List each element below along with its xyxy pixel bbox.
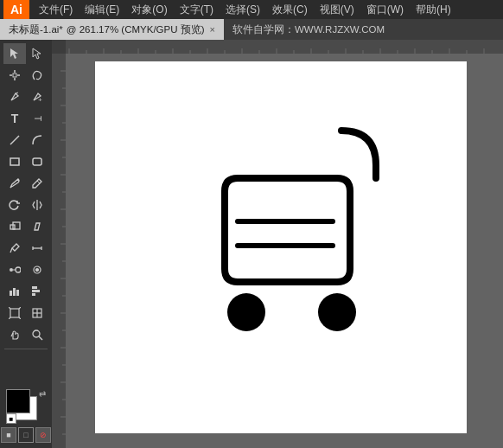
svg-line-35 (19, 317, 21, 319)
magic-wand-tool[interactable] (3, 65, 26, 86)
direct-select-tool[interactable] (26, 43, 48, 64)
stroke-mode-button[interactable]: □ (18, 427, 34, 443)
svg-rect-26 (13, 288, 16, 296)
tool-row-10 (2, 238, 50, 259)
tool-row-14 (2, 324, 50, 345)
rotate-tool[interactable] (3, 195, 26, 215)
svg-rect-15 (13, 222, 20, 229)
fill-mode-button[interactable]: ■ (1, 427, 16, 443)
slice-tool[interactable] (26, 303, 48, 323)
active-tab[interactable]: 未标题-1.ai* @ 261.17% (CMYK/GPU 预览) × (0, 19, 224, 40)
measure-tool[interactable] (26, 238, 48, 259)
arc-tool[interactable] (26, 130, 48, 150)
svg-rect-31 (10, 309, 19, 317)
color-area: ⇄ ■ ■ □ ⊘ (2, 389, 50, 448)
color-swatches[interactable]: ⇄ ■ (6, 389, 46, 424)
toolbar: + T T (0, 40, 52, 448)
lasso-tool[interactable] (26, 65, 48, 86)
menu-file[interactable]: 文件(F) (33, 0, 79, 19)
reflect-tool[interactable] (26, 195, 48, 215)
tool-row-5 (2, 130, 50, 150)
menu-bar: Ai 文件(F) 编辑(E) 对象(O) 文字(T) 选择(S) 效果(C) 视… (0, 0, 503, 19)
tool-row-11 (2, 259, 50, 280)
tab-zoom-info: @ 261.17% (CMYK/GPU 预览) (67, 23, 205, 36)
svg-rect-68 (52, 54, 66, 448)
svg-point-24 (36, 269, 39, 272)
svg-point-20 (10, 268, 13, 272)
type-tool[interactable]: T (3, 108, 26, 129)
tab-filename: 未标题-1.ai* (9, 23, 63, 36)
svg-rect-42 (52, 40, 503, 54)
tool-row-12 (2, 281, 50, 302)
tab-close-button[interactable]: × (210, 24, 215, 35)
shopping-cart-artwork (151, 105, 411, 364)
menu-window[interactable]: 窗口(W) (360, 0, 410, 19)
symbol-sprayer-tool[interactable] (26, 259, 48, 280)
svg-point-94 (227, 293, 265, 331)
menu-help[interactable]: 帮助(H) (410, 0, 457, 19)
shear-tool[interactable] (26, 216, 48, 237)
svg-rect-28 (32, 286, 37, 289)
svg-rect-29 (32, 290, 40, 292)
tool-row-9 (2, 216, 50, 237)
svg-rect-30 (32, 293, 35, 296)
svg-text:+: + (38, 96, 42, 103)
svg-rect-10 (10, 158, 19, 165)
menu-select[interactable]: 选择(S) (220, 0, 266, 19)
main-area: + T T (0, 40, 503, 448)
pen-tool[interactable] (3, 86, 26, 107)
color-mode-row: ■ □ ⊘ (1, 427, 51, 443)
tool-row-8 (2, 195, 50, 215)
hand-tool[interactable] (3, 324, 26, 345)
tool-row-4: T T (2, 108, 50, 129)
svg-point-21 (16, 267, 21, 272)
svg-line-7 (16, 93, 18, 93)
add-anchor-tool[interactable]: + (26, 86, 48, 107)
tab-bar: 未标题-1.ai* @ 261.17% (CMYK/GPU 预览) × 软件自学… (0, 19, 503, 40)
line-tool[interactable] (3, 130, 26, 150)
horizontal-ruler (52, 40, 503, 54)
svg-rect-11 (33, 158, 41, 165)
tab-watermark: 软件自学网：WWW.RJZXW.COM (224, 23, 393, 36)
svg-line-16 (10, 248, 12, 253)
reset-colors-icon[interactable]: ■ (6, 413, 16, 424)
svg-point-40 (33, 330, 40, 337)
artboard-tool[interactable] (3, 303, 26, 323)
tool-row-7 (2, 173, 50, 194)
menu-edit[interactable]: 编辑(E) (79, 0, 125, 19)
eyedropper-tool[interactable] (3, 238, 26, 259)
tool-row-6 (2, 151, 50, 172)
svg-point-95 (318, 293, 356, 331)
menu-type[interactable]: 文字(T) (174, 0, 220, 19)
tool-row-1 (2, 43, 50, 64)
none-mode-button[interactable]: ⊘ (35, 427, 51, 443)
svg-rect-25 (10, 291, 12, 296)
menu-object[interactable]: 对象(O) (125, 0, 173, 19)
artboard (95, 61, 467, 433)
svg-line-33 (19, 307, 21, 309)
canvas-area (52, 40, 503, 448)
column-graph-tool[interactable] (3, 281, 26, 302)
toolbar-separator-1 (4, 349, 48, 349)
vertical-type-tool[interactable]: T (26, 108, 48, 129)
foreground-color-swatch[interactable] (6, 389, 30, 413)
svg-line-41 (39, 336, 42, 340)
rectangle-tool[interactable] (3, 151, 26, 172)
select-tool[interactable] (3, 43, 26, 64)
svg-line-34 (9, 317, 10, 319)
pencil-tool[interactable] (26, 173, 48, 194)
svg-line-32 (9, 307, 10, 309)
svg-rect-6 (13, 74, 16, 77)
scale-tool[interactable] (3, 216, 26, 237)
svg-line-12 (37, 181, 40, 183)
bar-graph-tool[interactable] (26, 281, 48, 302)
zoom-tool[interactable] (26, 324, 48, 345)
paintbrush-tool[interactable] (3, 173, 26, 194)
rounded-rect-tool[interactable] (26, 151, 48, 172)
menu-effect[interactable]: 效果(C) (266, 0, 314, 19)
menu-view[interactable]: 视图(V) (314, 0, 360, 19)
svg-rect-27 (16, 290, 19, 296)
svg-marker-1 (33, 48, 41, 59)
swap-colors-icon[interactable]: ⇄ (39, 389, 46, 399)
blend-tool[interactable] (3, 259, 26, 280)
